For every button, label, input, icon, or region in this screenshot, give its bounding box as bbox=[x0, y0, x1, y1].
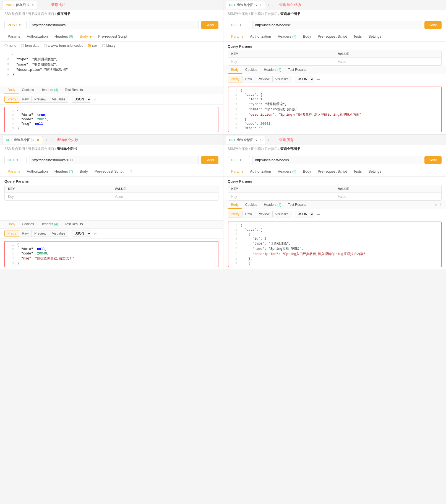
view-tab-preview[interactable]: Preview bbox=[255, 76, 272, 82]
nav-tab-pre-requestscript[interactable]: Pre-request Script bbox=[95, 32, 131, 41]
globe-icon[interactable]: ⊕ bbox=[435, 203, 437, 207]
response-tab-headers-4[interactable]: Headers (4) bbox=[260, 66, 285, 74]
view-tab-visualize[interactable]: Visualize bbox=[49, 230, 68, 237]
tab-more-button[interactable]: ··· bbox=[50, 138, 53, 142]
nav-tab-authorization[interactable]: Authorization bbox=[247, 167, 274, 176]
nav-tab-tests[interactable]: Tests bbox=[350, 32, 365, 41]
body-type-form-data[interactable]: form-data bbox=[21, 44, 39, 48]
nav-tab-body[interactable]: Body bbox=[76, 32, 95, 41]
nav-tab-settings[interactable]: Settings bbox=[365, 167, 385, 176]
view-tab-visualize[interactable]: Visualize bbox=[272, 76, 292, 82]
add-tab-button[interactable]: + bbox=[44, 137, 49, 142]
view-tab-raw[interactable]: Raw bbox=[19, 230, 31, 237]
tab-more-button[interactable]: ··· bbox=[272, 138, 276, 142]
nav-tab-t[interactable]: T bbox=[127, 167, 136, 176]
nav-tab-authorization[interactable]: Authorization bbox=[24, 32, 51, 41]
add-tab-button[interactable]: + bbox=[266, 137, 271, 142]
wrap-icon[interactable]: ⇌ bbox=[317, 212, 320, 216]
response-tab-cookies[interactable]: Cookies bbox=[19, 86, 37, 94]
response-tab-test-results[interactable]: Test Results bbox=[61, 220, 86, 228]
view-tab-preview[interactable]: Preview bbox=[255, 211, 272, 217]
response-tab-headers-4[interactable]: Headers (4) bbox=[37, 220, 61, 228]
nav-tab-headers9[interactable]: Headers (9) bbox=[51, 32, 76, 41]
body-type-binary[interactable]: binary bbox=[102, 44, 116, 48]
params-value-cell[interactable]: Value bbox=[111, 193, 218, 200]
response-tab-cookies[interactable]: Cookies bbox=[19, 220, 37, 228]
tab-close-button[interactable]: × bbox=[260, 138, 262, 142]
wrap-icon[interactable]: ⇌ bbox=[93, 231, 97, 236]
body-type-none[interactable]: none bbox=[4, 44, 16, 48]
tab-close-button[interactable]: × bbox=[32, 3, 34, 7]
body-type-raw[interactable]: raw bbox=[88, 44, 97, 48]
nav-tab-tests[interactable]: Tests bbox=[350, 167, 365, 176]
nav-tab-params[interactable]: Params bbox=[228, 167, 247, 176]
nav-tab-body[interactable]: Body bbox=[76, 167, 91, 176]
nav-tab-headers7[interactable]: Headers (7) bbox=[274, 32, 299, 41]
url-input[interactable] bbox=[29, 21, 199, 29]
request-code-editor[interactable]: 1{2 "type": "类别测试数据",3 "name": "书名测试数据",… bbox=[0, 50, 223, 86]
method-select[interactable]: POST ▼ bbox=[4, 21, 27, 29]
nav-tab-params[interactable]: Params bbox=[4, 32, 24, 41]
nav-tab-authorization[interactable]: Authorization bbox=[247, 32, 274, 41]
tab-more-button[interactable]: ··· bbox=[272, 3, 276, 7]
nav-tab-params[interactable]: Params bbox=[228, 32, 247, 41]
view-tab-pretty[interactable]: Pretty bbox=[228, 211, 242, 217]
url-input[interactable] bbox=[252, 21, 422, 29]
nav-tab-authorization[interactable]: Authorization bbox=[24, 167, 51, 176]
response-tab-body[interactable]: Body bbox=[4, 220, 19, 228]
view-tab-raw[interactable]: Raw bbox=[242, 76, 255, 82]
active-tab[interactable]: POST保存图书× bbox=[2, 1, 37, 9]
send-button[interactable]: Send bbox=[424, 156, 442, 164]
response-tab-test-results[interactable]: Test Results bbox=[285, 66, 309, 74]
send-button[interactable]: Send bbox=[201, 156, 218, 164]
view-tab-visualize[interactable]: Visualize bbox=[49, 96, 68, 103]
method-select[interactable]: GET ▼ bbox=[4, 156, 27, 164]
view-tab-preview[interactable]: Preview bbox=[31, 230, 49, 237]
wrap-icon[interactable]: ⇌ bbox=[93, 97, 97, 102]
add-tab-button[interactable]: + bbox=[38, 2, 43, 7]
nav-tab-pre-requestscript[interactable]: Pre-request Script bbox=[91, 167, 127, 176]
json-format-select[interactable]: JSON bbox=[295, 76, 314, 82]
view-tab-raw[interactable]: Raw bbox=[19, 96, 31, 103]
response-tab-test-results[interactable]: Test Results bbox=[61, 86, 86, 94]
json-format-select[interactable]: JSON bbox=[72, 230, 91, 237]
nav-tab-settings[interactable]: Settings bbox=[365, 32, 385, 41]
view-tab-raw[interactable]: Raw bbox=[242, 211, 255, 217]
json-format-select[interactable]: JSON bbox=[295, 211, 314, 217]
nav-tab-params[interactable]: Params bbox=[4, 167, 24, 176]
response-tab-test-results[interactable]: Test Results bbox=[285, 201, 309, 209]
response-tab-cookies[interactable]: Cookies bbox=[242, 66, 260, 74]
body-type-x-www-form-urlencoded[interactable]: x-www-form-urlencoded bbox=[44, 44, 83, 48]
view-tab-visualize[interactable]: Visualize bbox=[272, 211, 292, 217]
nav-tab-body[interactable]: Body bbox=[300, 167, 315, 176]
params-key-cell[interactable]: Key bbox=[5, 193, 111, 200]
response-tab-body[interactable]: Body bbox=[228, 66, 242, 74]
params-value-cell[interactable]: Value bbox=[335, 193, 441, 200]
nav-tab-pre-requestscript[interactable]: Pre-request Script bbox=[314, 32, 350, 41]
send-button[interactable]: Send bbox=[201, 21, 218, 29]
active-tab[interactable]: GET查询全部图书× bbox=[226, 136, 265, 144]
active-tab[interactable]: GET查询单个图书 bbox=[2, 136, 43, 144]
more-icon[interactable]: Z bbox=[440, 203, 442, 207]
nav-tab-headers7[interactable]: Headers (7) bbox=[51, 167, 76, 176]
view-tab-preview[interactable]: Preview bbox=[31, 96, 49, 103]
nav-tab-body[interactable]: Body bbox=[300, 32, 315, 41]
params-key-cell[interactable]: Key bbox=[228, 58, 335, 65]
tab-more-button[interactable]: ··· bbox=[44, 3, 48, 7]
send-button[interactable]: Send bbox=[424, 21, 442, 29]
params-key-cell[interactable]: Key bbox=[228, 193, 335, 200]
wrap-icon[interactable]: ⇌ bbox=[317, 77, 320, 81]
response-tab-headers-4[interactable]: Headers (4) bbox=[37, 86, 61, 94]
nav-tab-headers7[interactable]: Headers (7) bbox=[274, 167, 299, 176]
response-tab-cookies[interactable]: Cookies bbox=[242, 201, 260, 209]
response-tab-body[interactable]: Body bbox=[228, 201, 242, 209]
response-tab-headers-4[interactable]: Headers (4) bbox=[260, 201, 285, 209]
method-select[interactable]: GET ▼ bbox=[228, 21, 250, 29]
view-tab-pretty[interactable]: Pretty bbox=[4, 96, 19, 103]
nav-tab-pre-requestscript[interactable]: Pre-request Script bbox=[314, 167, 350, 176]
url-input[interactable] bbox=[252, 156, 422, 164]
json-format-select[interactable]: JSON bbox=[72, 96, 91, 103]
view-tab-pretty[interactable]: Pretty bbox=[228, 76, 242, 82]
response-tab-body[interactable]: Body bbox=[4, 86, 19, 94]
active-tab[interactable]: GET查询单个图书× bbox=[226, 1, 265, 9]
